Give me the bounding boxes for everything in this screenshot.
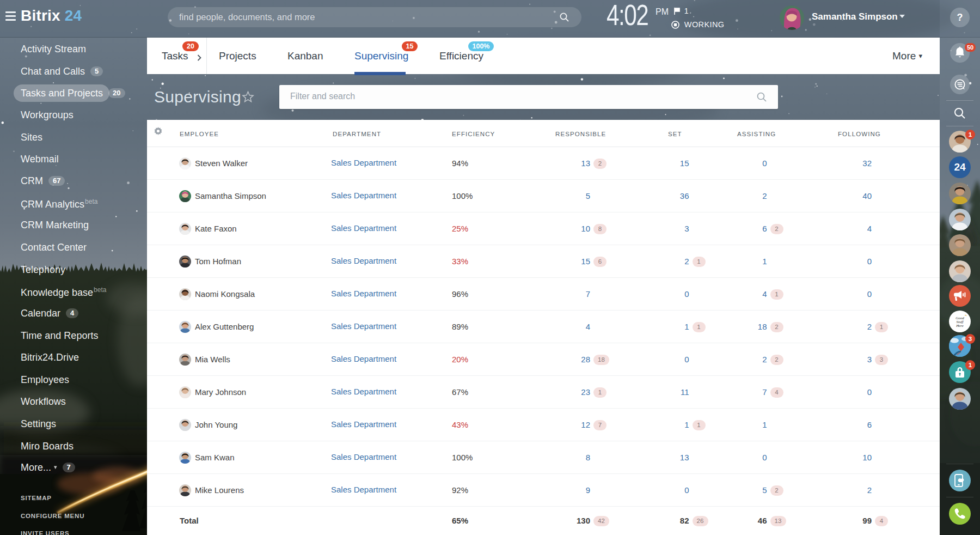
svg-text:Here: Here	[955, 324, 964, 328]
